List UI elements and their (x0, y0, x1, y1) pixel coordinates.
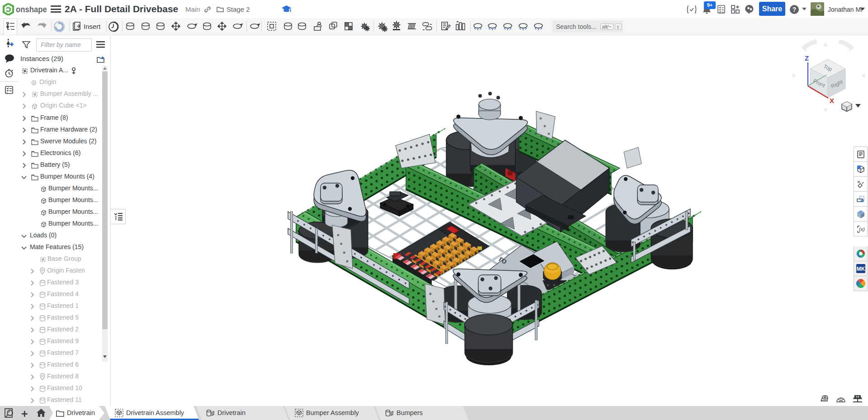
svg-text:MK: MK (856, 266, 865, 272)
svg-text:(x): (x) (859, 227, 865, 232)
svg-text:X: X (830, 97, 834, 104)
svg-text:Z: Z (805, 54, 809, 62)
